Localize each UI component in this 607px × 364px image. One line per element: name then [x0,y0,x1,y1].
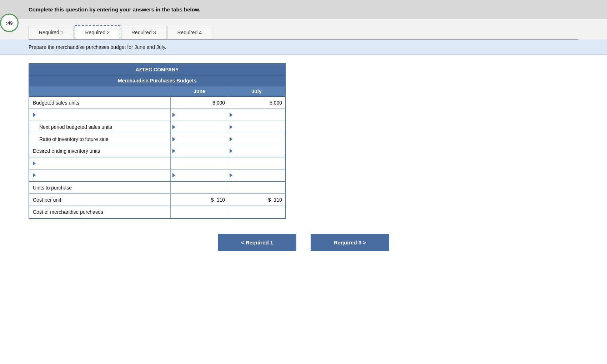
row-next-period-label: Next period budgeted sales units [29,121,171,133]
input-blank1-june[interactable] [175,109,228,121]
row-units-july[interactable] [228,182,285,193]
row-cost-per-unit: Cost per unit $ 110 $ 110 [29,194,285,206]
triangle-label-blank1[interactable] [33,113,36,117]
instruction-text: Complete this question by entering your … [29,6,200,12]
row-desired-ending-june[interactable] [171,145,228,157]
input-ratio-july[interactable] [232,133,285,145]
tab-required1[interactable]: Required 1 [29,26,74,39]
tab-required2[interactable]: Required 2 [75,25,121,39]
row-ratio-label: Ratio of inventory to future sale [29,133,171,145]
row-units-to-purchase: Units to purchase [29,182,285,194]
input-desired-july[interactable] [232,145,285,157]
input-blank2-june[interactable] [171,157,228,169]
row-blank2-june[interactable] [171,157,228,169]
row-cost-merch-july[interactable] [228,206,285,218]
row-blank1-june[interactable] [171,109,228,121]
tab-required3[interactable]: Required 3 [121,26,166,39]
row-next-period-june[interactable] [171,121,228,133]
row-cost-july: $ 110 [228,194,285,206]
prev-button[interactable]: < Required 1 [218,234,296,251]
triangle-blank3-july[interactable] [230,173,232,177]
page-wrapper: :49 Complete this question by entering y… [0,0,607,364]
row-blank1-label [29,109,171,121]
row-blank3 [29,170,285,182]
input-cost-merch-july[interactable] [228,206,285,218]
row-next-period-july[interactable] [228,121,285,133]
row-next-period: Next period budgeted sales units [29,121,285,133]
row-blank3-label [29,170,171,181]
row-cost-merch-june[interactable] [171,206,228,218]
instruction-bar: Complete this question by entering your … [0,0,607,19]
input-cost-merch-june[interactable] [171,206,228,218]
row-budgeted-sales-label: Budgeted sales units [29,97,171,108]
main-content: AZTEC COMPANY Merchandise Purchases Budg… [0,55,607,290]
budget-table: AZTEC COMPANY Merchandise Purchases Budg… [29,63,286,219]
input-desired-june[interactable] [175,145,228,157]
tab-required4[interactable]: Required 4 [167,26,212,39]
input-next-period-july[interactable] [232,121,285,133]
row-budgeted-sales-july: 5,000 [228,97,285,108]
row-desired-ending-label: Desired ending inventory units [29,145,171,157]
col-july-header: July [228,86,285,96]
triangle-blank3-june[interactable] [172,173,175,177]
triangle-next-period-july[interactable] [230,125,232,129]
row-ratio-july[interactable] [228,133,285,145]
col-label-empty [29,86,171,96]
col-headers-row: June July [29,86,285,97]
row-blank1-july[interactable] [228,109,285,121]
input-units-july[interactable] [228,182,285,193]
input-units-june[interactable] [171,182,228,193]
col-june-header: June [171,86,228,96]
nav-buttons: < Required 1 Required 3 > [29,230,578,262]
row-blank1 [29,109,285,121]
input-blank1-july[interactable] [232,109,285,121]
table-company-header: AZTEC COMPANY [29,64,285,76]
row-budgeted-sales: Budgeted sales units 6,000 5,000 [29,97,285,109]
row-cost-june: $ 110 [171,194,228,206]
timer-text: :49 [6,20,13,26]
row-blank3-june[interactable] [171,170,228,181]
input-ratio-june[interactable] [175,133,228,145]
table-title-header: Merchandise Purchases Budgets [29,76,285,86]
sub-instruction-text: Prepare the merchandise purchases budget… [29,44,166,50]
triangle-cell-blank1-june[interactable] [172,113,175,117]
tabs-row: Required 1 Required 2 Required 3 Require… [29,25,578,39]
triangle-label-blank2[interactable] [33,161,36,166]
input-blank2-july[interactable] [228,157,285,169]
input-blank3-june[interactable] [175,170,228,181]
next-button[interactable]: Required 3 > [311,234,389,251]
triangle-ratio-june[interactable] [172,137,175,141]
row-blank2-label [29,157,171,169]
row-cost-per-unit-label: Cost per unit [29,194,171,206]
tabs-area: Required 1 Required 2 Required 3 Require… [0,19,607,40]
row-ratio-june[interactable] [171,133,228,145]
row-blank2-july[interactable] [228,157,285,169]
row-cost-merch: Cost of merchandise purchases [29,206,285,218]
triangle-label-blank3[interactable] [33,173,36,177]
triangle-next-period-june[interactable] [172,125,175,129]
input-blank3-july[interactable] [232,170,285,181]
row-units-to-purchase-label: Units to purchase [29,182,171,193]
row-desired-ending-july[interactable] [228,145,285,157]
row-desired-ending: Desired ending inventory units [29,145,285,157]
row-blank3-july[interactable] [228,170,285,181]
input-next-period-june[interactable] [175,121,228,133]
triangle-desired-june[interactable] [172,149,175,153]
row-ratio: Ratio of inventory to future sale [29,133,285,145]
tab-underline [29,39,578,40]
row-budgeted-sales-june: 6,000 [171,97,228,108]
sub-instruction: Prepare the merchandise purchases budget… [0,40,607,55]
timer-badge: :49 [0,14,19,32]
row-units-june[interactable] [171,182,228,193]
triangle-cell-blank1-july[interactable] [230,113,232,117]
triangle-desired-july[interactable] [230,149,232,153]
row-blank2 [29,157,285,170]
row-cost-merch-label: Cost of merchandise purchases [29,206,171,218]
triangle-ratio-july[interactable] [230,137,232,141]
